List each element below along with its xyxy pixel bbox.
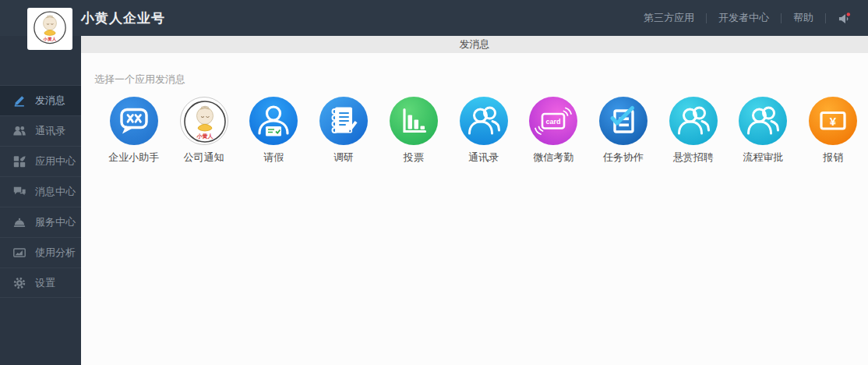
minion-logo-icon: 小黄人 xyxy=(29,9,71,48)
header-nav: 第三方应用 开发者中心 帮助 xyxy=(632,11,868,25)
sidebar-menu: 发消息 通讯录 应用中心 消息中心 xyxy=(0,85,81,298)
sidebar-item-label: 消息中心 xyxy=(35,185,76,199)
settings-icon xyxy=(12,276,26,290)
app-item-vote[interactable]: 投票 xyxy=(379,97,449,165)
analytics-icon xyxy=(12,246,26,260)
sidebar-item-service-center[interactable]: 服务中心 xyxy=(0,207,81,237)
sidebar-item-label: 使用分析 xyxy=(35,246,76,260)
sidebar-item-label: 通讯录 xyxy=(35,124,65,138)
app-label: 投票 xyxy=(404,151,424,165)
svg-text:¥: ¥ xyxy=(830,115,837,128)
choose-app-prompt: 选择一个应用发消息 xyxy=(94,73,868,87)
app-label: 报销 xyxy=(823,151,843,165)
svg-text:card: card xyxy=(546,118,561,126)
app-item-reward-recruiting[interactable]: 悬赏招聘 xyxy=(658,97,729,165)
app-label: 请假 xyxy=(263,151,284,165)
app-item-survey[interactable]: 调研 xyxy=(309,97,379,165)
company-logo[interactable]: 小黄人 xyxy=(27,8,72,50)
compose-icon xyxy=(12,94,26,108)
app-label: 任务协作 xyxy=(603,151,644,165)
top-header: 小黄人企业号 第三方应用 开发者中心 帮助 xyxy=(0,0,868,36)
service-center-icon xyxy=(12,215,26,229)
app-item-process-approval[interactable]: 流程审批 xyxy=(729,97,799,165)
sidebar-item-send-message[interactable]: 发消息 xyxy=(0,85,81,115)
people-icon xyxy=(739,97,787,145)
svg-text:小黄人: 小黄人 xyxy=(196,133,213,140)
people-icon xyxy=(460,97,508,145)
main-content: 发消息 选择一个应用发消息 企业小助手 xyxy=(81,36,868,365)
person-card-icon xyxy=(249,97,298,145)
notebook-pencil-icon xyxy=(319,97,368,145)
app-item-task-collaboration[interactable]: 任务协作 xyxy=(588,97,658,165)
sidebar-item-label: 服务中心 xyxy=(35,215,76,229)
app-item-wechat-attendance[interactable]: card 微信考勤 xyxy=(518,97,588,165)
nav-third-party-apps[interactable]: 第三方应用 xyxy=(632,11,706,25)
app-item-enterprise-assistant[interactable]: 企业小助手 xyxy=(99,97,169,165)
app-grid: 企业小助手 小黄人 公司通知 xyxy=(99,97,868,165)
task-check-icon xyxy=(599,97,647,145)
sidebar-item-usage-analytics[interactable]: 使用分析 xyxy=(0,237,81,268)
bar-chart-icon xyxy=(390,97,438,145)
sidebar-item-label: 应用中心 xyxy=(35,154,76,168)
app-window: 小黄人企业号 第三方应用 开发者中心 帮助 小黄人 xyxy=(0,0,868,365)
sidebar-item-message-center[interactable]: 消息中心 xyxy=(0,176,81,207)
sidebar-item-app-center[interactable]: 应用中心 xyxy=(0,146,81,176)
app-label: 流程审批 xyxy=(743,151,783,165)
yuan-card-icon: ¥ xyxy=(809,97,857,145)
app-item-expense[interactable]: ¥ 报销 xyxy=(798,97,868,165)
sidebar-item-contacts[interactable]: 通讯录 xyxy=(0,115,81,146)
app-label: 悬赏招聘 xyxy=(673,151,714,165)
sidebar-item-label: 发消息 xyxy=(35,94,65,108)
sidebar-item-label: 设置 xyxy=(35,276,55,290)
minion-avatar-icon: 小黄人 xyxy=(180,97,228,145)
message-center-icon xyxy=(12,185,26,199)
nav-help[interactable]: 帮助 xyxy=(782,11,825,25)
app-item-company-notice[interactable]: 小黄人 公司通知 xyxy=(169,97,239,165)
app-label: 通讯录 xyxy=(468,151,499,165)
app-center-icon xyxy=(12,154,26,168)
card-icon: card xyxy=(529,97,577,145)
svg-text:小黄人: 小黄人 xyxy=(43,37,57,42)
nav-developer-center[interactable]: 开发者中心 xyxy=(707,11,781,25)
subheader-title: 发消息 xyxy=(460,38,490,50)
content-subheader: 发消息 xyxy=(81,36,868,53)
sidebar: 发消息 通讯录 应用中心 消息中心 xyxy=(0,36,81,365)
app-item-contacts[interactable]: 通讯录 xyxy=(449,97,519,165)
page-title: 小黄人企业号 xyxy=(81,9,165,27)
app-label: 企业小助手 xyxy=(108,151,159,165)
contacts-icon xyxy=(12,124,26,138)
megaphone-icon[interactable] xyxy=(826,12,856,25)
chat-xx-icon xyxy=(110,97,158,145)
app-label: 调研 xyxy=(333,151,354,165)
app-item-leave-request[interactable]: 请假 xyxy=(238,97,309,165)
app-label: 公司通知 xyxy=(184,151,224,165)
people-icon xyxy=(669,97,718,145)
app-label: 微信考勤 xyxy=(533,151,573,165)
sidebar-item-settings[interactable]: 设置 xyxy=(0,268,81,298)
